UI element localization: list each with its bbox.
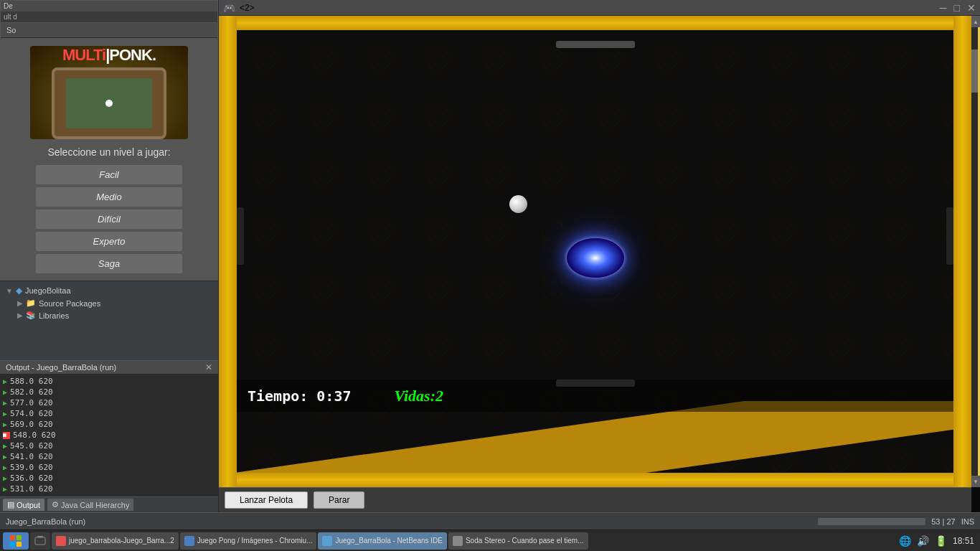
game-window-title: <2>	[240, 3, 255, 13]
medio-button[interactable]: Medio	[36, 187, 182, 207]
svg-rect-16	[35, 537, 45, 545]
nb-status-project: Juego_BarraBola (run)	[6, 517, 85, 526]
taskbar-item-label-1: juego_barrabola-Juego_Barra...2	[69, 537, 174, 545]
game-table-inner	[66, 78, 152, 128]
logo-text: MULTi|PONK.	[62, 46, 156, 65]
play-icon: ▶	[3, 377, 7, 385]
so-button[interactable]: So	[4, 24, 19, 36]
game-ball	[509, 195, 527, 213]
play-icon: ▶	[3, 420, 7, 428]
output-content[interactable]: ▶588.0 620 ▶582.0 620 ▶577.0 620 ▶574.0 …	[0, 375, 218, 496]
play-icon: ▶	[3, 442, 7, 450]
svg-rect-15	[17, 542, 22, 547]
small-window-frame: De ult d So	[0, 0, 218, 39]
game-titlebar-left: 🎮 <2>	[223, 2, 255, 14]
stop-icon: ■	[3, 432, 10, 439]
project-icon: ◆	[16, 286, 22, 296]
main-layout: De ult d So MULTi|PONK.	[0, 0, 980, 551]
launch-button[interactable]: Lanzar Pelota	[225, 491, 308, 509]
libraries-icon: 📚	[26, 311, 36, 320]
right-paddle	[946, 207, 953, 265]
left-border	[219, 16, 237, 487]
top-area: De ult d So MULTi|PONK.	[0, 0, 980, 512]
output-line: ■548.0 620	[3, 430, 215, 441]
svg-rect-17	[37, 536, 43, 537]
tab-output[interactable]: ▤ Output	[3, 499, 44, 511]
play-icon: ▶	[3, 485, 7, 493]
right-border	[953, 16, 971, 487]
logo-content: MULTi|PONK.	[52, 46, 166, 139]
saga-button[interactable]: Saga	[36, 254, 182, 273]
taskbar-dock[interactable]	[30, 532, 50, 550]
output-line: ▶582.0 620	[3, 387, 215, 397]
output-line: ▶531.0 620	[3, 484, 215, 494]
lives-display: Vidas:2	[395, 387, 443, 405]
nb-toolbar: So	[1, 23, 217, 38]
start-button[interactable]	[3, 532, 29, 550]
taskbar-item-netbeans[interactable]: Juego_BarraBola - NetBeans IDE	[318, 532, 447, 550]
facil-button[interactable]: Facil	[36, 165, 182, 184]
output-tab-label: Output	[17, 501, 40, 509]
output-close-button[interactable]: ✕	[205, 362, 212, 372]
svg-rect-13	[17, 535, 22, 540]
explosion-effect	[567, 238, 624, 278]
svg-rect-14	[10, 542, 15, 547]
maximize-icon[interactable]: □	[954, 2, 960, 14]
explosion-core	[567, 238, 624, 278]
stop-button[interactable]: Parar	[314, 491, 364, 509]
volume-icon[interactable]: 🔊	[917, 535, 929, 547]
top-border	[219, 16, 971, 30]
minimize-icon[interactable]: ─	[940, 2, 947, 14]
output-line: ▶574.0 620	[3, 408, 215, 419]
small-window-title: De	[4, 2, 13, 10]
game-titlebar: 🎮 <2> ─ □ ✕	[219, 0, 980, 16]
game-scrollbar[interactable]: ▲ ▼	[971, 16, 980, 487]
output-title: Output - Juego_BarraBola (run)	[6, 363, 116, 372]
source-packages-icon: 📁	[26, 298, 36, 308]
hud-bar: Tiempo: 0:37 Vidas:2	[237, 380, 953, 412]
taskbar-item-icon-chrome	[184, 536, 194, 546]
output-line: ▶536.0 620	[3, 473, 215, 484]
project-tree: ▼ ◆ JuegoBolitaa ▶ 📁 Source Packages ▶ 📚…	[0, 281, 218, 360]
diagonal-area	[237, 401, 953, 473]
battery-icon[interactable]: 🔋	[935, 535, 947, 547]
scroll-up-button[interactable]: ▲	[971, 16, 980, 27]
dificil-button[interactable]: Difícil	[36, 209, 182, 229]
output-line: ▶577.0 620	[3, 397, 215, 408]
game-frame: Tiempo: 0:37 Vidas:2	[219, 16, 971, 487]
play-icon: ▶	[3, 388, 7, 396]
network-icon[interactable]: 🌐	[899, 535, 911, 547]
taskbar-item-label-2: Juego Pong / Imágenes - Chromiu...	[197, 537, 313, 545]
tree-root-item[interactable]: ▼ ◆ JuegoBolitaa	[3, 284, 215, 297]
nb-status-mode: INS	[961, 517, 974, 526]
project-name: JuegoBolitaa	[25, 286, 71, 295]
play-icon: ▶	[3, 399, 7, 407]
game-action-bar: Lanzar Pelota Parar	[219, 487, 971, 512]
hierarchy-tab-icon: ⚙	[52, 500, 59, 509]
output-header: Output - Juego_BarraBola (run) ✕	[0, 361, 218, 375]
source-packages-label: Source Packages	[39, 299, 100, 308]
tab-java-call-hierarchy[interactable]: ⚙ Java Call Hierarchy	[47, 499, 133, 511]
game-canvas: Tiempo: 0:37 Vidas:2 ▲ ▼ Lan	[219, 16, 980, 512]
left-panel: De ult d So MULTi|PONK.	[0, 0, 219, 512]
output-line: ▶539.0 620	[3, 462, 215, 473]
scroll-down-button[interactable]: ▼	[971, 476, 980, 487]
experto-button[interactable]: Experto	[36, 232, 182, 251]
tree-source-packages[interactable]: ▶ 📁 Source Packages	[3, 297, 215, 309]
taskbar-item-icon-music	[453, 536, 463, 546]
nb-status-position: 53 | 27	[931, 517, 955, 526]
game-window-controls: ─ □ ✕	[940, 2, 976, 14]
tree-expand-icon: ▼	[6, 287, 13, 295]
taskbar-item-juego-pong[interactable]: Juego Pong / Imágenes - Chromiu...	[180, 532, 317, 550]
taskbar-item-juego-barrabola[interactable]: juego_barrabola-Juego_Barra...2	[52, 532, 179, 550]
svg-rect-12	[10, 535, 15, 540]
taskbar-item-soda-stereo[interactable]: Soda Stereo - Cuando pase el tiem...	[448, 532, 588, 550]
output-line: ▶569.0 620	[3, 419, 215, 430]
taskbar-item-icon-game	[56, 536, 66, 546]
game-icon: 🎮	[223, 2, 235, 14]
tree-libraries[interactable]: ▶ 📚 Libraries	[3, 309, 215, 321]
close-icon[interactable]: ✕	[967, 2, 976, 14]
taskbar-item-icon-nb	[322, 536, 332, 546]
clock-display: 18:51	[953, 536, 974, 546]
play-icon: ▶	[3, 410, 7, 418]
